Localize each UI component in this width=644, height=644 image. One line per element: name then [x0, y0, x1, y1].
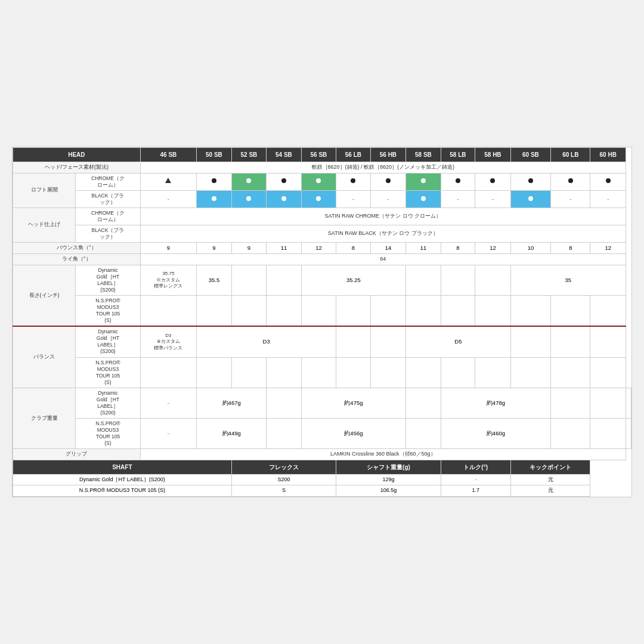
shaft2-name: N.S.PRO® MODUS3 TOUR 105 (S): [13, 485, 232, 497]
bounce-58hb: 12: [475, 242, 511, 253]
bounce-54: 11: [267, 242, 302, 253]
length-ns-58sb: [406, 296, 441, 327]
length-dg-52: [231, 265, 267, 295]
length-ns-row: N.S.PRO®MODUS3TOUR 105(S): [13, 296, 631, 327]
loft-chrome-58sb: [406, 173, 441, 190]
length-ns-58lb: [441, 296, 475, 327]
shaft1-weight: 129g: [336, 474, 441, 485]
balance-dg-56lb: [336, 326, 371, 357]
loft-chrome-56hb: [370, 173, 406, 190]
weight-ns-52: [267, 418, 302, 448]
col-54sb: 54 SB: [267, 147, 302, 162]
length-ns-60hb: [590, 296, 626, 327]
weight-shaft2-label: N.S.PRO®MODUS3TOUR 105(S): [76, 418, 140, 448]
loft-chrome-50: [197, 173, 232, 190]
length-ns-50: [197, 296, 232, 327]
weight-shaft1-label: DynamicGold［HTLABEL］(S200): [76, 388, 140, 418]
dot-icon: [606, 178, 611, 183]
head-face-row: ヘッド/フェース素材(製法) 軟鉄［8620］(鋳造) / 軟鉄［8620］(ノ…: [13, 162, 631, 173]
dot-white-icon: [316, 196, 321, 201]
lie-label: ライ角（°）: [13, 254, 141, 265]
weight-label: クラブ重量: [13, 388, 76, 448]
shaft-header: SHAFT: [13, 460, 232, 474]
weight-dg-60hb: [626, 388, 631, 418]
weight-ns-56: 約456g: [301, 418, 406, 448]
bounce-row: バウンス角（°） 9 9 9 11 12 8 14 11 8 12 10 8 1…: [13, 242, 631, 253]
dot-icon: [212, 178, 216, 183]
dot-icon: [281, 178, 286, 183]
balance-dg-60sb: [510, 326, 550, 357]
col-56sb: 56 SB: [301, 147, 336, 162]
weight-dg-60sb: [551, 388, 590, 418]
weight-dg-46: -: [140, 388, 197, 418]
header-row: HEAD 46 SB 50 SB 52 SB 54 SB 56 SB 56 LB…: [13, 147, 631, 162]
dot-icon: [351, 178, 355, 183]
col-56lb: 56 LB: [336, 147, 371, 162]
shaft1-name: Dynamic Gold［HT LABEL］(S200): [13, 474, 232, 485]
main-table: HEAD 46 SB 50 SB 52 SB 54 SB 56 SB 56 LB…: [13, 147, 631, 497]
dot-white-icon: [212, 196, 216, 201]
shaft2-torque: 1.7: [441, 485, 510, 497]
col-60sb: 60 SB: [510, 147, 550, 162]
balance-dg-60lb: [551, 326, 590, 357]
col-58lb: 58 LB: [441, 147, 475, 162]
balance-shaft1-label: DynamicGold［HTLABEL］(S200): [76, 326, 140, 357]
length-ns-58hb: [475, 296, 511, 327]
grip-row: グリップ LAMKIN Crossline 360 Black（径60／50g）: [13, 449, 631, 460]
kick-header: キックポイント: [510, 460, 590, 474]
weight-dg-50: 約467g: [197, 388, 267, 418]
shaft-row-2: N.S.PRO® MODUS3 TOUR 105 (S) S 106.5g 1.…: [13, 485, 631, 497]
balance-dg-46: D3※カスタム標準バランス: [140, 326, 197, 357]
loft-black-56lb: -: [336, 190, 371, 208]
weight-ns-60sb: [551, 418, 590, 448]
loft-chrome-52: [231, 173, 267, 190]
loft-chrome-60lb: [551, 173, 590, 190]
balance-ns-56lb: [336, 357, 371, 388]
col-56hb: 56 HB: [370, 147, 406, 162]
balance-dg-56hb: [370, 326, 406, 357]
loft-chrome-58hb: [475, 173, 511, 190]
dot-white-icon: [316, 178, 321, 183]
weight-dg-56lb: [406, 388, 441, 418]
balance-ns-46: [140, 357, 197, 388]
dot-white-icon: [421, 196, 426, 201]
bounce-60lb: 8: [551, 242, 590, 253]
balance-ns-52: [231, 357, 267, 388]
shaft2-flex: S: [231, 485, 336, 497]
page-container: HEAD 46 SB 50 SB 52 SB 54 SB 56 SB 56 LB…: [0, 0, 644, 644]
balance-ns-54: [267, 357, 302, 388]
loft-chrome-46: [140, 173, 197, 190]
bounce-56hb: 14: [370, 242, 406, 253]
dot-white-icon: [281, 196, 286, 201]
shaft2-kick: 元: [510, 485, 590, 497]
weight-ns-60lb: [590, 418, 626, 448]
length-ns-56sb: [301, 296, 336, 327]
balance-ns-50: [197, 357, 232, 388]
head-finish-label: ヘッド仕上げ: [13, 208, 76, 242]
grip-value: LAMKIN Crossline 360 Black（径60／50g）: [140, 449, 626, 460]
dot-white-icon: [246, 196, 251, 201]
loft-black-50: [197, 190, 232, 208]
shaft-row-1: Dynamic Gold［HT LABEL］(S200) S200 129g -…: [13, 474, 631, 485]
head-finish-black-row: BLACK（ブラック） SATIN RAW BLACK（サテン ロウ ブラック）: [13, 225, 631, 242]
bottom-header-row: SHAFT フレックス シャフト重量(g) トルク(°) キックポイント: [13, 460, 631, 474]
shaft1-flex: S200: [231, 474, 336, 485]
balance-ns-58sb: [406, 357, 441, 388]
loft-black-46: -: [140, 190, 197, 208]
bounce-56sb: 12: [301, 242, 336, 253]
balance-ns-row: N.S.PRO®MODUS3TOUR 105(S): [13, 357, 631, 388]
torque-header: トルク(°): [441, 460, 510, 474]
length-ns-56hb: [370, 296, 406, 327]
shaft1-label: DynamicGold［HTLABEL］(S200): [76, 265, 140, 295]
length-ns-60sb: [510, 296, 550, 327]
weight-header: シャフト重量(g): [336, 460, 441, 474]
loft-label: ロフト展開: [13, 173, 76, 208]
loft-black-60lb: -: [551, 190, 590, 208]
length-dg-56: 35.25: [301, 265, 406, 295]
length-dg-54: [267, 265, 302, 295]
loft-black-58lb: -: [441, 190, 475, 208]
weight-ns-56lb: [406, 418, 441, 448]
black-label: BLACK（ブラック）: [76, 190, 140, 208]
dot-icon: [490, 178, 495, 183]
loft-chrome-56lb: [336, 173, 371, 190]
